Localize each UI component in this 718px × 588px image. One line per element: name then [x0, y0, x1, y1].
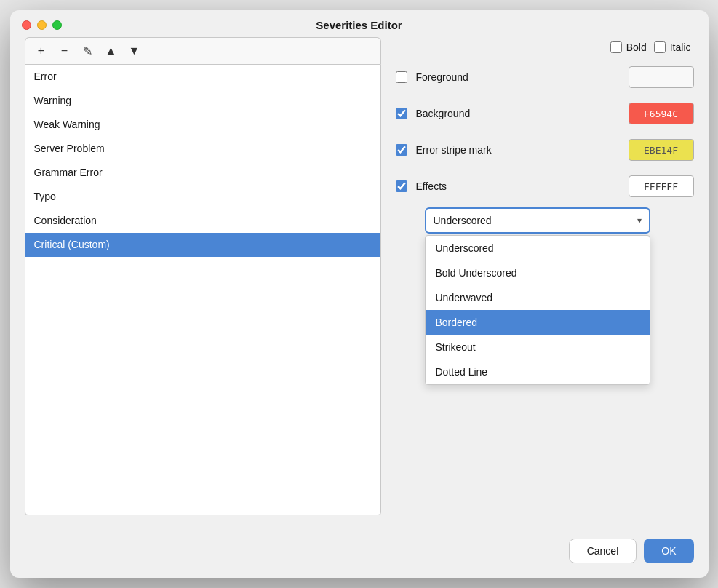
- foreground-label: Foreground: [416, 71, 511, 83]
- dropdown-selected-value: Underscored: [434, 215, 492, 226]
- list-item[interactable]: Consideration: [25, 209, 380, 233]
- effects-label: Effects: [416, 180, 511, 192]
- severity-list[interactable]: Error Warning Weak Warning Server Proble…: [25, 64, 381, 515]
- list-item[interactable]: Typo: [25, 185, 380, 209]
- list-item[interactable]: Weak Warning: [25, 113, 380, 137]
- title-bar: Severities Editor: [10, 10, 709, 37]
- dropdown-option-bordered[interactable]: Bordered: [426, 310, 650, 335]
- traffic-lights: [22, 20, 62, 30]
- bold-checkbox[interactable]: [610, 41, 622, 53]
- dropdown-option-bold-underscored[interactable]: Bold Underscored: [426, 261, 650, 285]
- italic-checkbox[interactable]: [654, 41, 666, 53]
- right-panel: Bold Italic Foreground Background F6594C: [396, 37, 694, 515]
- close-button[interactable]: [22, 20, 31, 30]
- edit-button[interactable]: ✎: [78, 42, 98, 60]
- move-down-button[interactable]: ▼: [124, 42, 145, 60]
- dropdown-option-dotted-line[interactable]: Dotted Line: [426, 359, 650, 384]
- severities-editor-dialog: Severities Editor + − ✎ ▲ ▼ Error Warnin…: [10, 10, 709, 578]
- foreground-row: Foreground: [396, 66, 694, 88]
- error-stripe-label: Error stripe mark: [416, 144, 511, 156]
- main-content: + − ✎ ▲ ▼ Error Warning Weak Warning Ser…: [10, 37, 709, 527]
- toolbar: + − ✎ ▲ ▼: [25, 37, 381, 64]
- ok-button[interactable]: OK: [644, 539, 693, 563]
- italic-group: Italic: [654, 41, 691, 53]
- list-item[interactable]: Grammar Error: [25, 161, 380, 185]
- dropdown-menu: Underscored Bold Underscored Underwaved …: [425, 235, 650, 385]
- list-item[interactable]: Server Problem: [25, 137, 380, 161]
- chevron-down-icon: ▾: [637, 215, 642, 226]
- list-item[interactable]: Warning: [25, 89, 380, 113]
- add-button[interactable]: +: [31, 42, 52, 60]
- remove-button[interactable]: −: [55, 42, 75, 60]
- foreground-color-box[interactable]: [629, 66, 694, 88]
- button-row: Cancel OK: [10, 527, 709, 578]
- minimize-button[interactable]: [37, 20, 47, 30]
- dialog-title: Severities Editor: [316, 19, 402, 31]
- bold-group: Bold: [610, 41, 647, 53]
- maximize-button[interactable]: [52, 20, 62, 30]
- italic-label: Italic: [670, 41, 691, 53]
- error-stripe-color-box[interactable]: EBE14F: [629, 139, 694, 161]
- effects-checkbox[interactable]: [396, 180, 407, 192]
- error-stripe-row: Error stripe mark EBE14F: [396, 139, 694, 161]
- background-label: Background: [416, 108, 511, 119]
- list-item-selected[interactable]: Critical (Custom): [25, 233, 380, 257]
- bold-label: Bold: [626, 41, 647, 53]
- background-color-box[interactable]: F6594C: [629, 103, 694, 124]
- effects-dropdown-container: Underscored ▾ Underscored Bold Underscor…: [425, 207, 694, 234]
- foreground-checkbox[interactable]: [396, 71, 407, 83]
- bold-italic-row: Bold Italic: [396, 41, 694, 53]
- left-panel: + − ✎ ▲ ▼ Error Warning Weak Warning Ser…: [25, 37, 381, 515]
- dropdown-option-underwaved[interactable]: Underwaved: [426, 285, 650, 310]
- dropdown-option-strikeout[interactable]: Strikeout: [426, 335, 650, 359]
- list-item[interactable]: Error: [25, 65, 380, 89]
- effects-row: Effects FFFFFF: [396, 175, 694, 197]
- dropdown-option-underscored[interactable]: Underscored: [426, 236, 650, 261]
- error-stripe-checkbox[interactable]: [396, 144, 407, 156]
- move-up-button[interactable]: ▲: [101, 42, 121, 60]
- background-checkbox[interactable]: [396, 108, 407, 119]
- effects-color-box[interactable]: FFFFFF: [629, 175, 694, 197]
- cancel-button[interactable]: Cancel: [569, 539, 637, 563]
- effects-dropdown[interactable]: Underscored ▾: [425, 207, 650, 234]
- background-row: Background F6594C: [396, 103, 694, 124]
